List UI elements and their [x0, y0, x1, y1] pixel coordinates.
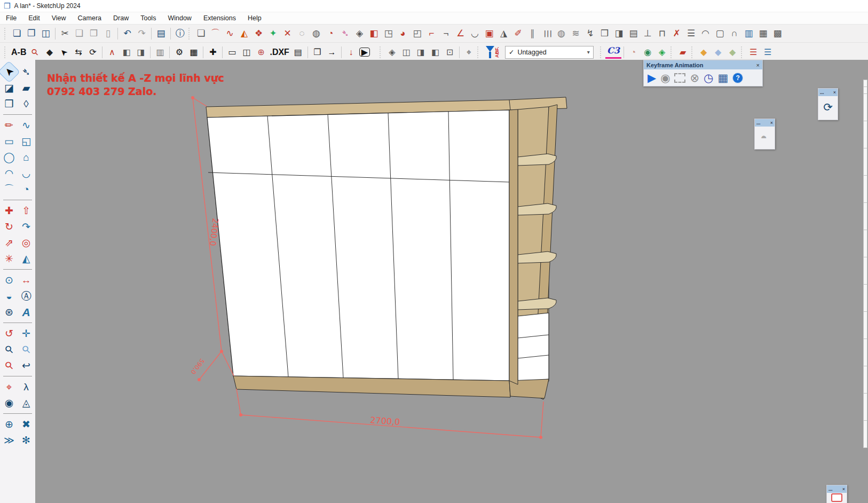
rectangle-tool[interactable]: ▭ — [1, 133, 17, 149]
view-right-icon[interactable]: ◨ — [414, 45, 428, 59]
plugin-pillar-zigzag-icon[interactable]: ≋ — [569, 27, 583, 41]
sync-rotate-icon[interactable]: ⟳ — [85, 45, 100, 59]
plugin-frame-box-icon[interactable]: ▣ — [482, 27, 496, 41]
plugin-shelf-stack-icon[interactable]: ▤ — [626, 27, 641, 41]
plugin-polygon-dashed-icon[interactable]: ◌ — [295, 27, 309, 41]
dock-segment[interactable] — [863, 202, 867, 230]
kf-film-icon[interactable]: ▦ — [717, 72, 728, 84]
delete-icon[interactable]: ▯ — [101, 27, 115, 41]
mini-panel-titlebar[interactable]: ... × — [827, 485, 847, 493]
layout-panels-icon[interactable]: ◫ — [239, 45, 254, 59]
move-point-icon[interactable]: ✚ — [206, 45, 220, 59]
paste-icon[interactable]: ❒ — [86, 27, 101, 41]
menu-item[interactable]: Window — [162, 13, 197, 23]
model-info-icon[interactable]: ⓘ — [173, 27, 187, 41]
save-icon[interactable]: ◫ — [38, 27, 53, 41]
view-top-icon[interactable]: ⊡ — [443, 45, 457, 59]
plugin-spiral-icon[interactable]: ↯ — [583, 27, 597, 41]
close-icon[interactable]: × — [833, 90, 836, 95]
rotate-tool[interactable]: ↻ — [1, 219, 17, 234]
plugin-layers-color-icon[interactable]: ✦ — [266, 27, 280, 41]
dimension-height-label[interactable]: 2400,0 — [208, 217, 220, 246]
bag-ball-icon[interactable]: ◉ — [641, 45, 655, 59]
settings-gear-icon[interactable]: ⚙ — [172, 45, 186, 59]
dimension-width-label[interactable]: 2700,0 — [370, 415, 400, 427]
plugin-corner-b-icon[interactable]: ¬ — [439, 27, 453, 41]
dock-segment[interactable] — [863, 93, 867, 121]
text-tool[interactable]: Ⓐ — [18, 288, 34, 304]
dxf-printer-icon[interactable]: ▤ — [291, 45, 305, 59]
cutlist-table-icon[interactable]: ▦ — [186, 45, 201, 59]
play-button-icon[interactable]: ▶ — [359, 48, 370, 57]
dock-segment[interactable] — [863, 339, 867, 366]
overflow-dots-icon[interactable]: ... — [820, 90, 824, 95]
model-viewport[interactable]: 2400,0 590,0 2700,0 Nhận thiết kế A -Z m… — [35, 60, 868, 503]
dock-segment[interactable] — [863, 121, 867, 148]
flowify-a-tool[interactable]: ✖ — [18, 416, 34, 432]
shell-icon[interactable]: ◔ — [626, 45, 641, 59]
menu-item[interactable]: Draw — [107, 13, 135, 23]
plugin-surface-pen-icon[interactable]: ◔ — [323, 27, 338, 41]
plugin-axis-cut-icon[interactable]: ✕ — [280, 27, 295, 41]
plugin-column-base-icon[interactable]: ⊓ — [655, 27, 669, 41]
curic-c3-icon[interactable]: C3 — [605, 45, 621, 59]
tag-filter-dropdown[interactable]: ✓ Untagged ▾ — [505, 46, 594, 59]
plugin-fold-paper-icon[interactable]: ❒ — [597, 27, 612, 41]
flowify-b-tool[interactable]: ✻ — [18, 433, 34, 448]
plugin-fredo-fox-icon[interactable]: ◭ — [237, 27, 251, 41]
align-panel-right-icon[interactable]: ◨ — [133, 45, 148, 59]
freehand-tool[interactable]: ∿ — [18, 117, 34, 133]
kf-marquee-icon[interactable] — [674, 73, 685, 83]
export-arrow-icon[interactable]: → — [325, 45, 339, 59]
rotated-rectangle-tool[interactable]: ◱ — [18, 133, 34, 149]
dock-segment[interactable] — [863, 175, 867, 203]
menu-item[interactable]: Camera — [72, 13, 107, 23]
menu-item[interactable]: Tools — [135, 13, 162, 23]
plugin-stairs-icon[interactable]: ☰ — [684, 27, 698, 41]
plugin-red-face-icon[interactable]: ◧ — [367, 27, 381, 41]
look-around-tool[interactable]: ◉ — [1, 395, 17, 411]
eraser-tool[interactable]: ▰ — [18, 80, 34, 96]
cut-icon[interactable]: ✂ — [58, 27, 72, 41]
position-camera-tool[interactable]: ⌖ — [1, 379, 17, 395]
dimension-tool[interactable]: ↔ — [18, 272, 34, 288]
menu-item[interactable]: Extensions — [198, 13, 242, 23]
tag-tool[interactable]: ◊ — [18, 96, 34, 112]
close-icon[interactable]: × — [770, 120, 773, 125]
3d-text-tool[interactable]: A — [18, 304, 34, 320]
line-tool[interactable]: ✏ — [1, 117, 17, 133]
plugin-layers-red-icon[interactable]: ❖ — [251, 27, 266, 41]
cube-green-icon[interactable]: ◆ — [725, 45, 740, 59]
two-point-arc-tool[interactable]: ◡ — [18, 166, 34, 181]
menu-item[interactable]: View — [46, 13, 72, 23]
plugin-solid-blob-icon[interactable]: ◍ — [309, 27, 323, 41]
redo-icon[interactable]: ↷ — [135, 27, 149, 41]
align-panel-left-icon[interactable]: ◧ — [119, 45, 133, 59]
push-pull-tool[interactable]: ⇧ — [18, 203, 34, 218]
kf-stop-icon[interactable]: ⊗ — [690, 72, 699, 84]
open-folder-icon[interactable]: ❐ — [24, 27, 38, 41]
circle-tool[interactable]: ◯ — [1, 150, 17, 165]
layers-red5-icon[interactable]: ☰ — [746, 45, 761, 59]
layers-export-tool[interactable]: ≫ — [1, 433, 17, 448]
plugin-swoosh-icon[interactable]: ➴ — [338, 27, 352, 41]
red-box-button-icon[interactable] — [831, 493, 842, 502]
dock-segment[interactable] — [863, 87, 867, 94]
dock-segment[interactable] — [863, 284, 867, 312]
protractor-tool[interactable]: ◒ — [1, 288, 17, 304]
plugin-panel-blue-icon[interactable]: ▥ — [741, 27, 756, 41]
mini-panel-titlebar[interactable]: ... × — [755, 119, 775, 127]
plugin-dome-box-icon[interactable]: ◈ — [352, 27, 367, 41]
dock-segment[interactable] — [863, 148, 867, 176]
plugin-draw-box-icon[interactable]: ✐ — [511, 27, 525, 41]
plugin-staple-icon[interactable]: ∩ — [727, 27, 741, 41]
menu-item[interactable]: Edit — [22, 13, 46, 23]
copy-icon[interactable]: ❑ — [72, 27, 86, 41]
wardrobe-model[interactable]: 2400,0 590,0 2700,0 — [35, 60, 868, 503]
solid-shield-tool[interactable]: ⊕ — [1, 416, 17, 432]
kf-record-icon[interactable]: ◉ — [660, 72, 670, 84]
paint-bucket-tool[interactable]: ◪ — [1, 80, 17, 96]
menu-item[interactable]: Help — [242, 13, 267, 23]
kf-timer-icon[interactable]: ◷ — [704, 72, 713, 84]
axes-tool[interactable]: ✳ — [1, 251, 17, 266]
